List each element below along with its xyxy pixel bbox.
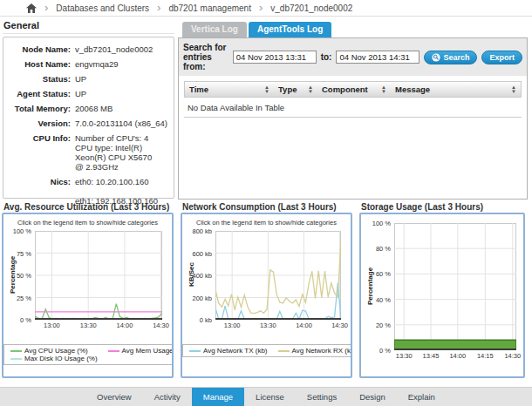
y-tick-label: 20 % (361, 321, 391, 329)
legend-label: Avg CPU Usage (%) (24, 347, 88, 355)
app-window: › Databases and Clusters › db7201 manage… (0, 0, 532, 406)
field-label: Node Name: (3, 44, 75, 54)
export-button[interactable]: Export (481, 51, 522, 64)
legend-swatch (10, 350, 22, 352)
tab-overview[interactable]: Overview (85, 388, 143, 406)
network-consumption-chart: Click on the legend item to show/hide ca… (181, 213, 352, 378)
tab-activity[interactable]: Activity (143, 388, 192, 406)
search-to-label: to: (321, 52, 332, 62)
tab-agenttools-log[interactable]: AgentTools Log (249, 22, 331, 37)
general-field-total-memory: Total Memory: 20068 MB (3, 104, 171, 113)
y-tick-label: 80 % (361, 245, 391, 253)
chart-title-storage-usage: Storage Usage (Last 3 Hours) (361, 202, 532, 212)
x-tick-label: 14:00 (445, 352, 471, 360)
x-tick-label: 14:00 (112, 321, 138, 329)
y-tick-label: 0 % (3, 316, 31, 324)
search-entries-label: Search for entries from: (183, 43, 228, 71)
field-value: UP (75, 89, 171, 98)
sort-icon[interactable]: ▲▼ (261, 85, 269, 93)
sort-icon[interactable]: ▲▼ (378, 85, 386, 93)
legend-item[interactable]: Avg Mem Usage (%) (108, 347, 174, 355)
general-panel: General Node Name: v_db7201_node0002 Hos… (3, 19, 174, 199)
field-value: v_db7201_node0002 (75, 44, 171, 54)
breadcrumb-item-current-node: v_db7201_node0002 (270, 3, 352, 13)
y-tick-label: 800 kb (182, 227, 212, 235)
general-field-version: Version: 7.0.0-20131104 (x86_64) (3, 118, 171, 128)
general-field-cpu-info: CPU Info: Number of CPU's: 4 CPU type: I… (3, 133, 171, 172)
x-tick-label: 13:00 (38, 321, 65, 329)
column-header-component[interactable]: Component ▲▼ (317, 82, 391, 97)
y-tick-label: 40 % (361, 296, 391, 304)
export-button-label: Export (489, 53, 515, 62)
tab-manage[interactable]: Manage (192, 388, 244, 406)
column-header-type[interactable]: Type ▲▼ (274, 82, 317, 97)
legend-item[interactable]: Avg CPU Usage (%) (10, 347, 98, 355)
y-tick-label: 400 kb (182, 272, 212, 280)
chart-canvas (215, 231, 341, 320)
log-panel: Vertica Log AgentTools Log Search for en… (178, 22, 528, 200)
field-value: UP (75, 74, 171, 84)
x-tick-label: 14:30 (500, 352, 525, 360)
chart-canvas (35, 231, 162, 320)
log-tabs: Vertica Log AgentTools Log (182, 22, 528, 37)
general-panel-title: General (3, 19, 174, 34)
x-tick-label: 13:45 (418, 352, 444, 360)
log-box: Search for entries from: to: Search Expo… (178, 37, 528, 200)
legend-swatch (108, 350, 119, 352)
field-value: 7.0.0-20131104 (x86_64) (75, 118, 171, 128)
general-field-agent-status: Agent Status: UP (3, 89, 171, 98)
field-value: Number of CPU's: 4 CPU type: Intel(R) Xe… (75, 133, 171, 172)
breadcrumb-item-db-management[interactable]: db7201 management (168, 3, 251, 13)
search-to-input[interactable] (336, 51, 419, 64)
sort-icon[interactable]: ▲▼ (304, 85, 313, 93)
legend-item[interactable]: Avg Network RX (kb) (278, 347, 352, 355)
legend-label: Max Disk IO Usage (%) (24, 355, 98, 362)
chevron-right-icon: › (44, 3, 48, 12)
legend-item[interactable]: Max Disk IO Usage (%) (10, 355, 98, 362)
column-header-message[interactable]: Message ▲▼ (391, 82, 521, 97)
x-tick-label: 13:30 (391, 352, 417, 360)
log-table: Time ▲▼ Type ▲▼ Component ▲▼ Message ▲▼ (184, 81, 522, 208)
y-tick-label: 0 kb (182, 316, 212, 324)
home-icon[interactable] (26, 3, 37, 13)
y-tick-label: 60 % (361, 270, 391, 278)
column-header-time[interactable]: Time ▲▼ (185, 82, 274, 97)
tab-explain[interactable]: Explain (397, 388, 447, 406)
field-label: Version: (3, 118, 75, 128)
column-label: Component (322, 85, 368, 94)
chart-legend-hint: Click on the legend item to show/hide ca… (3, 219, 172, 227)
legend-item[interactable]: Avg Network TX (kb) (189, 347, 268, 355)
tab-design[interactable]: Design (348, 388, 397, 406)
chart-legend-hint: Click on the legend item to show/hide ca… (182, 219, 351, 227)
legend-swatch (10, 358, 22, 360)
tab-vertica-log[interactable]: Vertica Log (182, 22, 247, 37)
x-tick-label: 14:30 (148, 321, 174, 329)
general-field-node-name: Node Name: v_db7201_node0002 (3, 44, 171, 54)
y-tick-label: 75 % (3, 250, 31, 258)
y-tick-label: 100 % (361, 220, 391, 227)
x-tick-label: 14:00 (291, 321, 317, 329)
table-empty-space (184, 118, 522, 208)
search-button[interactable]: Search (424, 51, 477, 64)
field-label: Status: (3, 74, 75, 84)
footer-tab-bar: Overview Activity Manage License Setting… (0, 387, 532, 406)
field-label: Agent Status: (3, 89, 75, 98)
chevron-right-icon: › (157, 3, 160, 12)
legend-label: Avg Network RX (kb) (292, 347, 352, 355)
y-tick-label: 100 % (3, 227, 31, 235)
table-empty-message: No Data Available In Table (184, 98, 522, 118)
general-info-box: Node Name: v_db7201_node0002 Host Name: … (3, 37, 174, 199)
column-label: Type (278, 85, 297, 94)
breadcrumb-item-databases-and-clusters[interactable]: Databases and Clusters (56, 3, 149, 13)
chart-plot-area: Percentage0 %20 %40 %60 %80 %100 %13:301… (361, 221, 523, 366)
field-label: CPU Info: (3, 133, 75, 172)
x-tick-label: 13:00 (219, 321, 245, 329)
chart-title-network-consumption: Network Consumption (Last 3 Hours) (182, 202, 357, 212)
tab-settings[interactable]: Settings (296, 388, 348, 406)
field-value: engvmqa29 (75, 59, 171, 69)
search-from-input[interactable] (233, 51, 317, 64)
sort-icon[interactable]: ▲▼ (508, 85, 516, 93)
tab-license[interactable]: License (244, 388, 296, 406)
column-label: Time (189, 85, 208, 94)
legend-swatch (189, 350, 201, 352)
